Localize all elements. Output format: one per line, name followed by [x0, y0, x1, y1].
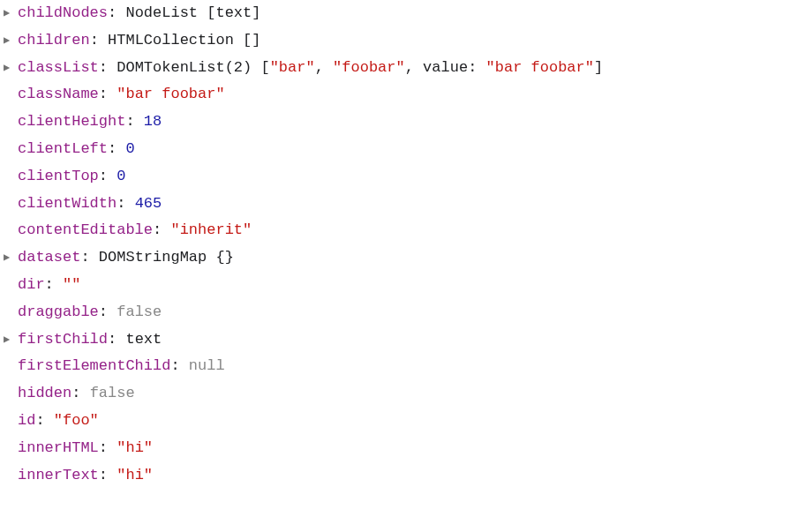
value-punct: [] — [243, 27, 260, 55]
colon: : — [125, 109, 143, 136]
property-row: id: "foo" — [4, 408, 812, 435]
value-null: null — [189, 353, 225, 380]
object-inspector: ▶childNodes: NodeList [text]▶children: H… — [0, 0, 812, 489]
value-punct: {} — [215, 244, 233, 272]
colon: : — [45, 272, 63, 299]
property-key: innerHTML — [18, 435, 99, 462]
colon: : — [108, 136, 125, 163]
property-key: clientWidth — [18, 191, 117, 218]
property-key: dir — [18, 272, 45, 299]
value-punct: , — [315, 55, 333, 82]
property-key: hidden — [18, 380, 71, 408]
value-punct: ] — [594, 55, 603, 82]
colon: : — [99, 55, 117, 82]
value-typeword: text — [125, 326, 162, 354]
property-key: id — [18, 408, 35, 435]
value-str: "foobar" — [333, 55, 405, 82]
property-key: clientTop — [18, 163, 99, 191]
value-str: "bar foobar" — [486, 55, 594, 82]
property-key: classList — [18, 55, 99, 82]
value-kw: false — [90, 380, 135, 408]
value-punct: [ — [207, 0, 215, 27]
property-row: clientWidth: 465 — [4, 191, 812, 218]
property-row[interactable]: ▶dataset: DOMStringMap {} — [4, 244, 812, 272]
colon: : — [108, 326, 125, 354]
value-punct: ] — [252, 0, 260, 27]
property-key: dataset — [18, 244, 80, 272]
colon: : — [99, 435, 117, 462]
value-str: "foo" — [54, 408, 99, 435]
property-row[interactable]: ▶children: HTMLCollection [] — [4, 27, 812, 55]
property-row: clientTop: 0 — [4, 163, 812, 191]
property-key: childNodes — [18, 0, 108, 27]
value-str: "hi" — [117, 462, 153, 490]
property-row[interactable]: ▶childNodes: NodeList [text] — [4, 0, 812, 27]
property-row: innerText: "hi" — [4, 462, 812, 490]
value-kw: false — [117, 299, 162, 326]
colon: : — [99, 81, 117, 109]
expand-arrow-icon[interactable]: ▶ — [4, 244, 18, 272]
value-num: 18 — [144, 109, 162, 136]
value-num: 465 — [135, 191, 162, 218]
property-key: draggable — [18, 299, 99, 326]
colon: : — [153, 217, 170, 244]
property-row: innerHTML: "hi" — [4, 435, 812, 462]
value-num: 0 — [117, 163, 125, 191]
colon: : — [35, 408, 53, 435]
property-row: contentEditable: "inherit" — [4, 217, 812, 244]
value-typeword: text — [215, 0, 252, 27]
value-num: 0 — [125, 136, 134, 163]
value-str: "inherit" — [170, 217, 252, 244]
property-key: children — [18, 27, 90, 55]
colon: : — [170, 353, 188, 380]
property-key: firstChild — [18, 326, 108, 354]
expand-arrow-icon[interactable]: ▶ — [4, 55, 18, 82]
property-key: clientLeft — [18, 136, 108, 163]
value-typeword: DOMTokenList(2) — [117, 55, 260, 82]
value-str: "bar" — [270, 55, 315, 82]
colon: : — [80, 244, 98, 272]
colon: : — [99, 462, 117, 490]
property-row[interactable]: ▶firstChild: text — [4, 326, 812, 354]
property-row: firstElementChild: null — [4, 353, 812, 380]
colon: : — [99, 299, 117, 326]
colon: : — [117, 191, 134, 218]
colon: : — [71, 380, 89, 408]
value-typeword: HTMLCollection — [108, 27, 243, 55]
property-row[interactable]: ▶classList: DOMTokenList(2) ["bar", "foo… — [4, 55, 812, 82]
colon: : — [108, 0, 125, 27]
property-row: dir: "" — [4, 272, 812, 299]
value-str: "" — [63, 272, 80, 299]
property-key: className — [18, 81, 99, 109]
value-str: "bar foobar" — [117, 81, 224, 109]
property-row: clientLeft: 0 — [4, 136, 812, 163]
expand-arrow-icon[interactable]: ▶ — [4, 27, 18, 55]
property-key: firstElementChild — [18, 353, 170, 380]
colon: : — [90, 27, 108, 55]
value-typeword: DOMStringMap — [99, 244, 216, 272]
property-row: hidden: false — [4, 380, 812, 408]
property-row: draggable: false — [4, 299, 812, 326]
colon: : — [99, 163, 117, 191]
expand-arrow-icon[interactable]: ▶ — [4, 0, 18, 27]
property-key: clientHeight — [18, 109, 125, 136]
value-typeword: NodeList — [125, 0, 207, 27]
property-row: clientHeight: 18 — [4, 109, 812, 136]
property-row: className: "bar foobar" — [4, 81, 812, 109]
value-punct: , value: — [405, 55, 486, 82]
property-key: contentEditable — [18, 217, 153, 244]
value-punct: [ — [260, 55, 269, 82]
expand-arrow-icon[interactable]: ▶ — [4, 326, 18, 354]
property-key: innerText — [18, 462, 99, 490]
value-str: "hi" — [117, 435, 153, 462]
